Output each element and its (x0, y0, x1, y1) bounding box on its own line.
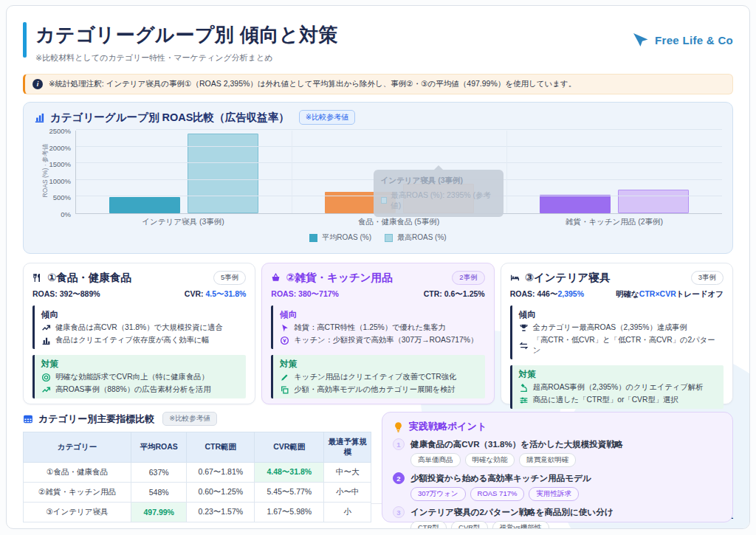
table-column-header: 平均ROAS (131, 432, 187, 463)
chart-reference-badge: ※比較参考値 (299, 110, 355, 125)
stat-left: ROAS: 380〜717% (271, 289, 339, 300)
strategy-tag: 視覚vs機能性 (492, 521, 549, 529)
stat-segment: ROAS: 380〜717% (271, 289, 339, 298)
card-line-text: キッチン：少額投資で高効率（307万→ROAS717%） (294, 335, 478, 345)
card-line-text: 少額・高効率モデルの他カテゴリー展開を検討 (294, 384, 455, 395)
trend-block: 傾向雑貨：高CTR特性（1.25%）で優れた集客力キッチン：少額投資で高効率（3… (271, 306, 484, 349)
info-icon: i (32, 79, 43, 89)
stat-right: CTR: 0.6〜1.25% (424, 289, 485, 300)
average-roas-bar[interactable] (540, 195, 611, 213)
card-header: ①食品・健康食品5事例 (32, 271, 246, 285)
table-cell: ①食品・健康食品 (24, 463, 131, 483)
chart-tooltip: インテリア寝具 (3事例) 最高ROAS (%): 2395% (参考値) (374, 170, 504, 217)
table-cell: 548% (131, 483, 187, 503)
stat-segment: CTR×CVR (639, 289, 676, 298)
strategy-tags: 307万ウォンROAS 717%実用性訴求 (410, 487, 722, 501)
table-column-header: カテゴリー (24, 432, 131, 463)
bar-chart-icon (34, 112, 45, 123)
strategy-tags: CTR型CVR型視覚vs機能性 (410, 521, 722, 529)
stat-segment: 4.5〜31.8% (205, 289, 246, 298)
average-roas-bar[interactable] (109, 197, 180, 214)
y-tick-label: 1000% (49, 176, 71, 184)
stat-right: 明確なCTR×CVRトレードオフ (616, 289, 724, 300)
card-line: キッチン：少額投資で高効率（307万→ROAS717%） (280, 335, 478, 345)
legend-swatch (309, 234, 317, 242)
swap-icon (519, 341, 529, 351)
card-title: ③インテリア寝具 (525, 271, 686, 285)
table-cell: 0.60〜1.25% (187, 483, 255, 503)
max-roas-bar[interactable] (618, 190, 689, 213)
card-stats: ROAS: 392〜889%CVR: 4.5〜31.8% (32, 289, 246, 300)
strategy-tag: CVR型 (451, 521, 488, 529)
x-axis-labels: インテリア寝具 (3事例)食品・健康食品 (5事例)雑貨・キッチン用品 (2事例… (75, 217, 722, 227)
lightbulb-icon (393, 421, 404, 432)
table-cell: 0.23〜1.57% (187, 503, 255, 522)
table-cell: 中〜大 (324, 463, 371, 483)
stat-segment: 2,395% (557, 289, 584, 298)
table-reference-badge: ※比較参考値 (162, 412, 216, 426)
statistics-note-bar: i ※統計処理注釈: インテリア寝具の事例①（ROAS 2,395%）は外れ値と… (23, 74, 733, 94)
case-count-badge: 2事例 (452, 271, 484, 285)
pencil-icon (280, 373, 289, 382)
brand-name: Free Life & Co (655, 34, 733, 46)
strategy-tag: ROAS 717% (470, 487, 525, 501)
bar-group (76, 131, 292, 213)
sliders-icon (519, 396, 529, 405)
card-line-text: 超高ROAS事例（2,395%）のクリエイティブ解析 (533, 382, 704, 393)
trend-heading: 傾向 (519, 309, 717, 320)
note-text: ※統計処理注釈: インテリア寝具の事例①（ROAS 2,395%）は外れ値として… (49, 79, 576, 89)
cursor-icon (280, 323, 289, 333)
card-line-text: 「高CTR・低CVR」と「低CTR・高CVR」の2パターン (533, 335, 717, 356)
card-line-text: 商品に適した「CTR型」or「CVR型」選択 (533, 395, 678, 405)
category-card-1: ①食品・健康食品5事例ROAS: 392〜889%CVR: 4.5〜31.8%傾… (23, 263, 255, 404)
gridline (76, 129, 722, 130)
strategy-item-text: インテリア寝具の2パターン戦略を商品別に使い分け (410, 507, 613, 518)
card-line-text: 全カテゴリー最高ROAS（2,395%）達成事例 (533, 322, 687, 333)
action-heading: 対策 (519, 369, 717, 380)
chart-plot: インテリア寝具 (3事例) 最高ROAS (%): 2395% (参考値) (75, 131, 722, 214)
page-title: カテゴリーグループ別 傾向と対策 (35, 22, 338, 48)
action-block: 対策明確な効能訴求でCVR向上（特に健康食品）高ROAS事例（888%）の広告素… (32, 355, 246, 398)
strategy-item-text: 少額投資から始める高効率キッチン用品モデル (410, 473, 591, 484)
table-cell: ②雑貨・キッチン用品 (24, 483, 131, 503)
tooltip-title: インテリア寝具 (3事例) (381, 176, 496, 186)
table-row: ①食品・健康食品637%0.67〜1.81%4.48〜31.8%中〜大 (24, 463, 371, 483)
metrics-table: カテゴリー平均ROASCTR範囲CVR範囲最適予算規模 ①食品・健康食品637%… (23, 432, 371, 522)
metrics-table-section: カテゴリー別主要指標比較 ※比較参考値 カテゴリー平均ROASCTR範囲CVR範… (23, 412, 371, 529)
table-column-header: CTR範囲 (187, 432, 255, 463)
table-cell: 小 (324, 503, 371, 522)
table-cell: 0.67〜1.81% (187, 463, 255, 483)
stat-left: ROAS: 446〜2,395% (510, 289, 584, 300)
stat-segment: CTR: 0.6〜1.25% (424, 289, 485, 298)
card-line: 少額・高効率モデルの他カテゴリー展開を検討 (280, 384, 478, 395)
trend-block: 傾向健康食品は高CVR（31.8%）で大規模投資に適合食品はクリエイティブ依存度… (32, 306, 246, 349)
strategy-item-2: 2少額投資から始める高効率キッチン用品モデル307万ウォンROAS 717%実用… (393, 472, 722, 501)
strategy-item-1: 1健康食品の高CVR（31.8%）を活かした大規模投資戦略高単価商品明確な効能購… (393, 438, 722, 467)
strategy-items: 1健康食品の高CVR（31.8%）を活かした大規模投資戦略高単価商品明確な効能購… (393, 438, 722, 529)
stat-right: CVR: 4.5〜31.8% (185, 289, 246, 300)
stat-left: ROAS: 392〜889% (32, 289, 100, 300)
y-tick-label: 500% (53, 193, 71, 201)
coin-icon (280, 336, 289, 345)
card-line: 健康食品は高CVR（31.8%）で大規模投資に適合 (41, 322, 239, 333)
legend-item[interactable]: 最高ROAS (%) (385, 232, 447, 243)
x-axis-label: インテリア寝具 (3事例) (75, 217, 291, 227)
roas-chart-panel: カテゴリーグループ別 ROAS比較（広告収益率） ※比較参考値 ROAS (%)… (23, 102, 733, 254)
legend-item[interactable]: 平均ROAS (%) (309, 232, 371, 243)
card-line: 商品に適した「CTR型」or「CVR型」選択 (519, 395, 717, 405)
report-page: カテゴリーグループ別 傾向と対策 ※比較材料としてのカテゴリー特性・マーケティン… (6, 5, 750, 529)
basket-icon (271, 273, 281, 283)
card-line-text: 雑貨：高CTR特性（1.25%）で優れた集客力 (294, 322, 446, 333)
strategy-item-3: 3インテリア寝具の2パターン戦略を商品別に使い分けCTR型CVR型視覚vs機能性 (393, 506, 722, 529)
strategy-tag: 購買意欲明確 (519, 453, 576, 467)
tooltip-value: 最高ROAS (%): 2395% (参考値) (391, 190, 495, 211)
table-footnote: ＊ インテリア寝具は事例①（ROAS 2,395%）を除外した平均値を表示 (23, 528, 371, 529)
paper-plane-icon (632, 31, 650, 49)
strategy-tags: 高単価商品明確な効能購買意欲明確 (410, 453, 722, 467)
x-axis-label: 雑貨・キッチン用品 (2事例) (506, 217, 722, 227)
table-column-header: CVR範囲 (255, 432, 324, 463)
chart-legend: 平均ROAS (%)最高ROAS (%) (34, 232, 722, 243)
trend-heading: 傾向 (41, 309, 239, 320)
table-cell: 1.67〜5.98% (255, 503, 324, 522)
card-stats: ROAS: 380〜717%CTR: 0.6〜1.25% (271, 289, 484, 300)
